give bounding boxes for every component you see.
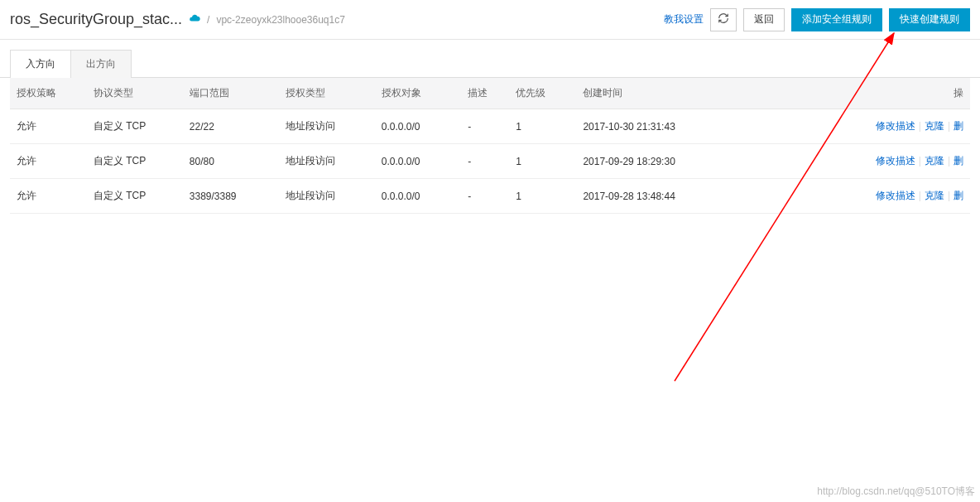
th-description: 描述 xyxy=(461,78,509,109)
table-row: 允许自定义 TCP22/22地址段访问0.0.0.0/0-12017-10-30… xyxy=(10,109,970,144)
delete-link[interactable]: 删 xyxy=(954,190,963,201)
table-header-row: 授权策略 协议类型 端口范围 授权类型 授权对象 描述 优先级 创建时间 操 xyxy=(10,78,970,109)
clone-link[interactable]: 克隆 xyxy=(925,120,944,132)
cell-priority: 1 xyxy=(509,179,576,214)
modify-link[interactable]: 修改描述 xyxy=(876,190,915,201)
back-button[interactable]: 返回 xyxy=(743,8,785,31)
button-area: 教我设置 返回 添加安全组规则 快速创建规则 xyxy=(664,8,970,31)
tabs: 入方向 出方向 xyxy=(0,40,980,78)
quick-create-button[interactable]: 快速创建规则 xyxy=(889,8,970,31)
modify-link[interactable]: 修改描述 xyxy=(876,120,915,132)
cell-protocol: 自定义 TCP xyxy=(87,109,183,144)
delete-link[interactable]: 删 xyxy=(954,120,963,132)
cell-port: 80/80 xyxy=(183,144,279,179)
modify-link[interactable]: 修改描述 xyxy=(876,155,915,167)
cell-protocol: 自定义 TCP xyxy=(87,144,183,179)
table-row: 允许自定义 TCP80/80地址段访问0.0.0.0/0-12017-09-29… xyxy=(10,144,970,179)
tab-inbound[interactable]: 入方向 xyxy=(10,50,71,78)
top-bar: ros_SecurityGroup_stac... / vpc-2zeoyxk2… xyxy=(0,0,980,40)
cell-ops: 修改描述|克隆|删 xyxy=(797,109,970,144)
op-sep: | xyxy=(919,120,921,132)
cell-auth_object: 0.0.0.0/0 xyxy=(375,109,461,144)
cloud-icon xyxy=(189,12,200,27)
op-sep: | xyxy=(948,120,950,132)
tutorial-link[interactable]: 教我设置 xyxy=(664,12,704,27)
refresh-button[interactable] xyxy=(710,8,737,31)
cell-auth_type: 地址段访问 xyxy=(279,144,375,179)
cell-auth_object: 0.0.0.0/0 xyxy=(375,144,461,179)
cell-description: - xyxy=(461,109,509,144)
op-sep: | xyxy=(919,190,921,201)
th-auth-type: 授权类型 xyxy=(279,78,375,109)
tab-outbound[interactable]: 出方向 xyxy=(70,50,132,78)
refresh-icon xyxy=(718,12,729,27)
th-create-time: 创建时间 xyxy=(576,78,797,109)
op-sep: | xyxy=(948,190,950,201)
clone-link[interactable]: 克隆 xyxy=(925,155,944,167)
rules-table: 授权策略 协议类型 端口范围 授权类型 授权对象 描述 优先级 创建时间 操 允… xyxy=(10,78,970,214)
cell-auth_object: 0.0.0.0/0 xyxy=(375,179,461,214)
title-area: ros_SecurityGroup_stac... / vpc-2zeoyxk2… xyxy=(10,11,664,28)
th-ops: 操 xyxy=(797,78,970,109)
cell-priority: 1 xyxy=(509,144,576,179)
cell-protocol: 自定义 TCP xyxy=(87,179,183,214)
cell-ops: 修改描述|克隆|删 xyxy=(797,179,970,214)
table-row: 允许自定义 TCP3389/3389地址段访问0.0.0.0/0-12017-0… xyxy=(10,179,970,214)
cell-policy: 允许 xyxy=(10,179,87,214)
th-port: 端口范围 xyxy=(183,78,279,109)
cell-port: 3389/3389 xyxy=(183,179,279,214)
cell-policy: 允许 xyxy=(10,109,87,144)
add-rule-button[interactable]: 添加安全组规则 xyxy=(791,8,882,31)
cell-ops: 修改描述|克隆|删 xyxy=(797,144,970,179)
cell-description: - xyxy=(461,144,509,179)
cell-create_time: 2017-09-28 13:48:44 xyxy=(576,179,797,214)
op-sep: | xyxy=(919,155,921,167)
cell-priority: 1 xyxy=(509,109,576,144)
op-sep: | xyxy=(948,155,950,167)
vpc-separator: / xyxy=(207,14,209,26)
clone-link[interactable]: 克隆 xyxy=(925,190,944,201)
delete-link[interactable]: 删 xyxy=(954,155,963,167)
vpc-id: vpc-2zeoyxk23lhooe36uq1c7 xyxy=(216,14,344,26)
th-priority: 优先级 xyxy=(509,78,576,109)
th-policy: 授权策略 xyxy=(10,78,87,109)
cell-auth_type: 地址段访问 xyxy=(279,109,375,144)
table-wrap: 授权策略 协议类型 端口范围 授权类型 授权对象 描述 优先级 创建时间 操 允… xyxy=(0,78,980,214)
cell-description: - xyxy=(461,179,509,214)
cell-create_time: 2017-09-29 18:29:30 xyxy=(576,144,797,179)
th-protocol: 协议类型 xyxy=(87,78,183,109)
cell-policy: 允许 xyxy=(10,144,87,179)
page-title: ros_SecurityGroup_stac... xyxy=(10,11,182,28)
cell-port: 22/22 xyxy=(183,109,279,144)
th-auth-object: 授权对象 xyxy=(375,78,461,109)
cell-auth_type: 地址段访问 xyxy=(279,179,375,214)
cell-create_time: 2017-10-30 21:31:43 xyxy=(576,109,797,144)
